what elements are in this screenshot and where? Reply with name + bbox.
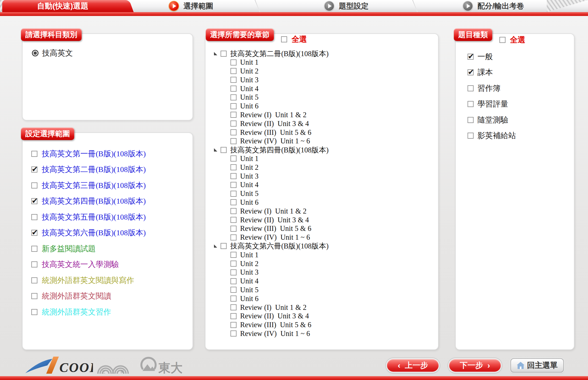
- tree-item-label[interactable]: Review (II) Unit 3 & 4: [240, 119, 309, 128]
- home-menu-button[interactable]: 回主選單: [510, 358, 564, 373]
- tree-item-row[interactable]: Unit 5: [213, 189, 329, 198]
- subject-option-label[interactable]: 技高英文: [42, 48, 73, 58]
- qtype-item-label[interactable]: 隨堂測驗: [477, 115, 508, 125]
- tree-item-row[interactable]: Unit 4: [213, 277, 329, 286]
- checkbox[interactable]: [230, 164, 237, 170]
- tree-item-label[interactable]: Review (II) Unit 3 & 4: [240, 216, 309, 224]
- range-item-row[interactable]: 技高英文第三冊(B版)(108版本): [31, 177, 146, 193]
- checkbox[interactable]: [230, 252, 237, 258]
- checkbox[interactable]: [230, 226, 237, 232]
- tree-item-row[interactable]: Unit 2: [213, 259, 329, 268]
- checkbox[interactable]: [230, 322, 237, 328]
- tree-item-row[interactable]: Unit 3: [213, 172, 329, 181]
- tree-item-label[interactable]: Unit 6: [240, 102, 259, 110]
- tab-select-range[interactable]: 選擇範圍: [169, 0, 213, 12]
- checkbox[interactable]: [221, 243, 227, 249]
- qtype-item-label[interactable]: 一般: [477, 51, 493, 62]
- qtype-item-row[interactable]: 影英補給站: [468, 128, 516, 144]
- tree-item-row[interactable]: Unit 5: [213, 286, 329, 294]
- tree-item-label[interactable]: Unit 5: [240, 189, 259, 198]
- checkbox[interactable]: [221, 51, 227, 57]
- range-item-row[interactable]: 統測外語群英文習作: [31, 304, 146, 320]
- checkbox[interactable]: [230, 129, 237, 135]
- qtype-item-row[interactable]: 學習評量: [468, 96, 516, 112]
- tree-item-row[interactable]: Review (I) Unit 1 & 2: [213, 207, 329, 215]
- range-item-label[interactable]: 統測外語群英文閱讀: [42, 291, 111, 301]
- tree-item-label[interactable]: Review (IV) Unit 1 ~ 6: [240, 233, 310, 242]
- checkbox[interactable]: [230, 287, 237, 293]
- checkbox[interactable]: [230, 191, 237, 197]
- checkbox[interactable]: [230, 269, 237, 275]
- tree-item-label[interactable]: Review (I) Unit 1 & 2: [240, 111, 306, 119]
- range-item-row[interactable]: 統測外語群英文閱讀與寫作: [31, 272, 146, 288]
- qtype-item-row[interactable]: 隨堂測驗: [468, 112, 516, 128]
- tree-item-row[interactable]: Review (I) Unit 1 & 2: [213, 111, 329, 119]
- prev-step-button[interactable]: ‹ 上一步: [386, 358, 439, 373]
- checkbox[interactable]: [31, 230, 37, 236]
- checkbox[interactable]: [230, 121, 237, 127]
- range-item-label[interactable]: 統測外語群英文閱讀與寫作: [42, 275, 134, 286]
- checkbox[interactable]: [31, 182, 37, 188]
- checkbox[interactable]: [230, 68, 237, 74]
- qtype-item-row[interactable]: 課本: [468, 65, 516, 81]
- range-item-label[interactable]: 統測外語群英文習作: [42, 307, 111, 317]
- range-item-row[interactable]: 技高英文第五冊(B版)(108版本): [31, 209, 146, 225]
- checkbox[interactable]: [230, 313, 237, 319]
- checkbox[interactable]: [468, 54, 474, 60]
- tree-item-row[interactable]: Review (II) Unit 3 & 4: [213, 215, 329, 224]
- range-item-label[interactable]: 新多益閱讀試題: [42, 244, 96, 254]
- checkbox[interactable]: [221, 147, 227, 153]
- checkbox[interactable]: [230, 304, 237, 310]
- next-step-button[interactable]: 下一步 ›: [448, 358, 502, 373]
- tree-item-row[interactable]: Review (III) Unit 5 & 6: [213, 128, 329, 137]
- tree-item-row[interactable]: Review (II) Unit 3 & 4: [213, 119, 329, 128]
- checkbox[interactable]: [31, 214, 37, 220]
- qtype-select-all[interactable]: 全選: [499, 35, 525, 45]
- tree-item-row[interactable]: Unit 6: [213, 294, 329, 303]
- checkbox[interactable]: [31, 261, 37, 267]
- tree-item-row[interactable]: Unit 1: [213, 58, 329, 67]
- tree-item-row[interactable]: Unit 2: [213, 163, 329, 172]
- range-item-label[interactable]: 技高英文第六冊(B版)(108版本): [42, 228, 146, 238]
- checkbox[interactable]: [230, 278, 237, 284]
- tree-item-label[interactable]: Unit 5: [240, 286, 259, 294]
- range-item-label[interactable]: 技高英文第一冊(B版)(108版本): [42, 149, 146, 159]
- checkbox[interactable]: [230, 217, 237, 223]
- tree-item-label[interactable]: Unit 3: [240, 76, 259, 84]
- range-item-label[interactable]: 技高英文第五冊(B版)(108版本): [42, 212, 146, 222]
- tree-item-row[interactable]: Unit 1: [213, 250, 329, 259]
- tree-item-row[interactable]: Unit 3: [213, 75, 329, 84]
- tree-item-row[interactable]: Unit 5: [213, 93, 329, 102]
- checkbox[interactable]: [230, 103, 237, 109]
- range-item-row[interactable]: 技高英文第四冊(B版)(108版本): [31, 193, 146, 209]
- checkbox[interactable]: [230, 234, 237, 240]
- qtype-item-row[interactable]: 一般: [468, 49, 516, 65]
- tab-auto-quick-select[interactable]: 自動(快速)選題: [2, 0, 123, 12]
- checkbox[interactable]: [468, 85, 474, 91]
- subject-option-row[interactable]: 技高英文: [32, 48, 73, 58]
- tree-item-label[interactable]: Unit 5: [240, 93, 259, 102]
- tree-item-label[interactable]: Review (IV) Unit 1 ~ 6: [240, 137, 310, 145]
- range-item-label[interactable]: 技高英文第四冊(B版)(108版本): [42, 196, 146, 206]
- checkbox[interactable]: [230, 296, 237, 302]
- checkbox[interactable]: [31, 246, 37, 252]
- select-all-label[interactable]: 全選: [292, 34, 307, 45]
- checkbox[interactable]: [230, 77, 237, 83]
- checkbox[interactable]: [281, 36, 287, 42]
- checkbox[interactable]: [31, 198, 37, 204]
- tree-item-row[interactable]: Review (I) Unit 1 & 2: [213, 303, 329, 312]
- tree-item-row[interactable]: Unit 4: [213, 84, 329, 93]
- tree-group-row[interactable]: 技高英文第二冊(B版)(108版本): [213, 49, 329, 58]
- tree-item-label[interactable]: Review (III) Unit 5 & 6: [240, 224, 311, 233]
- tree-item-label[interactable]: Unit 2: [240, 67, 259, 75]
- tree-item-label[interactable]: Review (I) Unit 1 & 2: [240, 303, 306, 312]
- checkbox[interactable]: [230, 112, 237, 118]
- tree-item-row[interactable]: Review (IV) Unit 1 ~ 6: [213, 233, 329, 242]
- tab-score-output[interactable]: 配分/輸出考卷: [463, 0, 524, 12]
- checkbox[interactable]: [230, 330, 237, 337]
- tree-item-label[interactable]: Unit 4: [240, 84, 259, 93]
- checkbox[interactable]: [31, 166, 37, 173]
- qtype-item-label[interactable]: 學習評量: [477, 99, 508, 109]
- qtype-item-label[interactable]: 課本: [477, 67, 493, 78]
- range-item-label[interactable]: 技高英文第三冊(B版)(108版本): [42, 180, 146, 191]
